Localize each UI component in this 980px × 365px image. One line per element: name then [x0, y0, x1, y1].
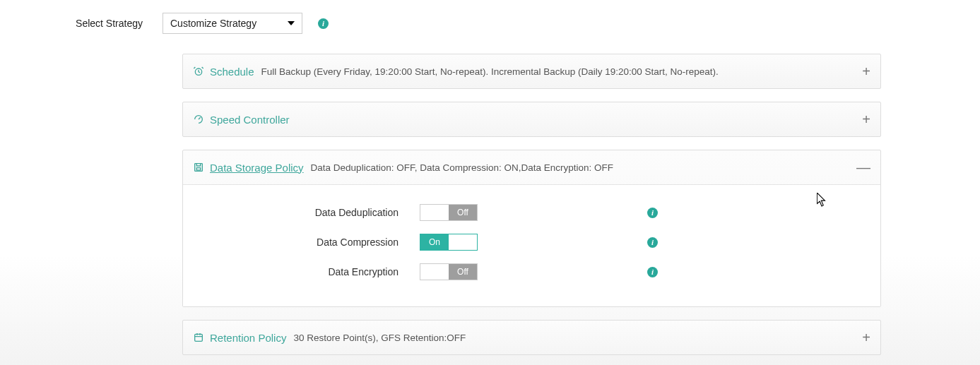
encrypt-info-icon[interactable]: i	[647, 267, 658, 277]
retention-panel: Retention Policy 30 Restore Point(s), GF…	[182, 320, 881, 355]
schedule-summary: Full Backup (Every Friday, 19:20:00 Star…	[261, 66, 719, 77]
retention-expand-icon[interactable]: +	[862, 330, 870, 345]
dedup-toggle[interactable]: Off	[420, 204, 478, 221]
storage-title: Data Storage Policy	[210, 162, 304, 174]
strategy-info-icon[interactable]: i	[318, 18, 329, 29]
encrypt-toggle[interactable]: Off	[420, 263, 478, 280]
dedup-label: Data Deduplication	[183, 207, 420, 218]
select-strategy-label: Select Strategy	[0, 18, 163, 29]
alarm-clock-icon	[193, 66, 204, 77]
svg-rect-2	[196, 168, 200, 170]
retention-panel-header[interactable]: Retention Policy 30 Restore Point(s), GF…	[183, 321, 880, 354]
strategy-select[interactable]: Customize Strategy	[163, 13, 302, 34]
svg-rect-3	[195, 334, 203, 341]
encrypt-toggle-state: Off	[449, 264, 477, 280]
storage-collapse-icon[interactable]: —	[856, 160, 870, 174]
retention-title: Retention Policy	[210, 332, 286, 344]
schedule-panel: Schedule Full Backup (Every Friday, 19:2…	[182, 54, 881, 89]
compress-toggle[interactable]: On	[420, 234, 478, 251]
speed-panel: Speed Controller +	[182, 102, 881, 137]
retention-icon	[193, 332, 204, 343]
encrypt-label: Data Encryption	[183, 266, 420, 277]
compress-toggle-state: On	[420, 234, 449, 250]
compress-label: Data Compression	[183, 237, 420, 248]
schedule-panel-header[interactable]: Schedule Full Backup (Every Friday, 19:2…	[183, 54, 880, 88]
speed-panel-header[interactable]: Speed Controller +	[183, 102, 880, 136]
schedule-expand-icon[interactable]: +	[862, 64, 870, 78]
retention-summary: 30 Restore Point(s), GFS Retention:OFF	[293, 333, 466, 343]
schedule-title: Schedule	[210, 66, 254, 78]
gauge-icon	[193, 114, 204, 125]
speed-expand-icon[interactable]: +	[862, 112, 870, 126]
encrypt-row: Data Encryption Off i	[183, 257, 880, 287]
caret-down-icon	[288, 21, 295, 25]
dedup-toggle-state: Off	[449, 205, 477, 220]
save-icon	[193, 162, 204, 173]
storage-panel-body: Data Deduplication Off i Data Compressio…	[183, 184, 880, 306]
compress-row: Data Compression On i	[183, 227, 880, 257]
storage-panel-header[interactable]: Data Storage Policy Data Deduplication: …	[183, 150, 880, 184]
dedup-info-icon[interactable]: i	[647, 208, 658, 218]
dedup-row: Data Deduplication Off i	[183, 198, 880, 227]
storage-summary: Data Deduplication: OFF, Data Compressio…	[311, 162, 613, 173]
storage-panel: Data Storage Policy Data Deduplication: …	[182, 150, 881, 307]
compress-info-icon[interactable]: i	[647, 237, 658, 248]
speed-title: Speed Controller	[210, 114, 290, 126]
strategy-select-value: Customize Strategy	[170, 18, 256, 29]
